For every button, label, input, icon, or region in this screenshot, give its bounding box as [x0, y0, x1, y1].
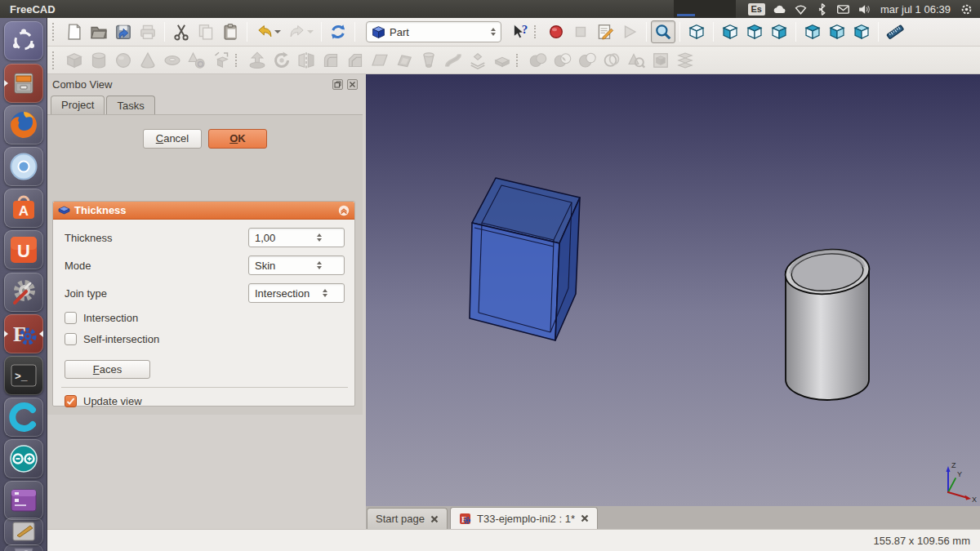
copy-button[interactable] [194, 20, 218, 43]
wifi-icon[interactable] [794, 2, 808, 16]
defeaturing-button[interactable] [648, 49, 673, 72]
ok-button[interactable]: OK [208, 129, 267, 149]
hollow-blue-box[interactable] [470, 178, 580, 340]
undo-button[interactable] [252, 20, 284, 43]
boolean-common-button[interactable] [550, 49, 575, 72]
update-view-checkbox[interactable] [65, 395, 77, 407]
thickness-spin-arrows[interactable] [298, 233, 341, 242]
join-type-combo-arrows[interactable] [310, 289, 341, 297]
boolean-union-button[interactable] [526, 49, 550, 72]
trash-icon[interactable] [4, 544, 43, 551]
part-sphere-button[interactable] [111, 49, 136, 72]
chromium-icon[interactable] [4, 147, 43, 186]
revolve-button[interactable] [270, 49, 294, 72]
mode-combobox[interactable]: Skin [248, 256, 345, 275]
workbench-selector-arrows[interactable] [491, 28, 496, 36]
whats-this-button[interactable]: ? [508, 20, 532, 43]
toolbar-drag-handle[interactable] [516, 54, 522, 67]
cut-button[interactable] [169, 20, 194, 43]
extrude-button[interactable] [245, 49, 270, 72]
right-view-button[interactable] [767, 20, 791, 43]
close-panel-button[interactable] [347, 79, 358, 90]
redo-dropdown-caret[interactable] [307, 30, 314, 33]
shape-builder-button[interactable] [209, 49, 234, 72]
workbench-selector[interactable]: Part [366, 21, 501, 42]
arduino-icon[interactable] [4, 439, 43, 478]
mirror-button[interactable] [294, 49, 318, 72]
open-document-button[interactable] [87, 20, 111, 43]
macro-play-button[interactable] [617, 20, 642, 43]
redo-button[interactable] [284, 20, 317, 43]
faces-button[interactable]: Faces [65, 360, 150, 379]
mode-combo-arrows[interactable] [298, 261, 341, 269]
freecad-icon[interactable]: F [4, 314, 43, 353]
fit-all-button[interactable] [651, 20, 675, 43]
refresh-button[interactable] [326, 20, 350, 43]
undo-dropdown-caret[interactable] [274, 30, 281, 33]
axonometric-view-button[interactable] [684, 20, 709, 43]
part-box-button[interactable] [62, 49, 87, 72]
toolbar-drag-handle[interactable] [52, 51, 58, 69]
bottom-view-button[interactable] [825, 20, 849, 43]
new-document-button[interactable] [62, 20, 87, 43]
save-document-button[interactable] [111, 20, 136, 43]
notes-app-icon[interactable] [4, 518, 43, 545]
ruled-surface-button[interactable] [368, 49, 392, 72]
collapse-taskbox-icon[interactable] [338, 205, 350, 216]
macro-stop-button[interactable] [568, 20, 593, 43]
paste-button[interactable] [218, 20, 243, 43]
firefox-icon[interactable] [4, 105, 43, 144]
session-gear-icon[interactable] [960, 2, 973, 16]
macro-edit-button[interactable] [593, 20, 617, 43]
close-tab-icon[interactable] [430, 515, 439, 523]
toolbar-drag-handle[interactable] [534, 25, 540, 38]
files-icon[interactable] [4, 64, 43, 103]
3d-viewport[interactable]: Z Y X [366, 74, 980, 506]
intersection-checkbox[interactable] [65, 312, 77, 324]
hollow-gray-cylinder[interactable] [783, 247, 871, 400]
measure-distance-button[interactable] [883, 20, 907, 43]
combo-view-titlebar[interactable]: Combo View [47, 74, 363, 94]
mail-icon[interactable] [836, 2, 850, 16]
tab-tasks[interactable]: Tasks [106, 96, 154, 115]
toolbar-drag-handle[interactable] [235, 54, 241, 67]
part-cylinder-button[interactable] [87, 49, 111, 72]
offset-button[interactable] [466, 49, 490, 72]
tab-document[interactable]: F T33-ejemplo-ini2 : 1* [450, 507, 598, 529]
join-type-combobox[interactable]: Intersection [248, 283, 345, 303]
make-face-button[interactable] [392, 49, 416, 72]
bluetooth-icon[interactable] [815, 2, 829, 16]
self-intersection-checkbox[interactable] [65, 333, 77, 345]
fillet-button[interactable] [318, 49, 343, 72]
cloud-icon[interactable] [773, 2, 786, 16]
boolean-cut-button[interactable] [575, 49, 599, 72]
part-torus-button[interactable] [160, 49, 185, 72]
rear-view-button[interactable] [800, 20, 825, 43]
tab-start-page[interactable]: Start page [367, 508, 448, 529]
panel-clock[interactable]: mar jul 1 06:39 [880, 3, 951, 16]
macro-record-button[interactable] [544, 20, 568, 43]
chamfer-button[interactable] [343, 49, 368, 72]
thickness-taskbox-header[interactable]: Thickness [53, 202, 354, 220]
ubuntu-one-icon[interactable]: U [4, 230, 43, 269]
c-app-icon[interactable] [4, 398, 43, 437]
float-panel-button[interactable] [332, 79, 343, 90]
workspace-app-icon[interactable] [4, 481, 43, 520]
thickness-tool-button[interactable] [490, 49, 514, 72]
top-view-button[interactable] [742, 20, 767, 43]
print-button[interactable] [136, 20, 160, 43]
check-geometry-button[interactable] [624, 49, 648, 72]
toolbar-drag-handle[interactable] [52, 23, 58, 41]
system-settings-icon[interactable] [4, 273, 43, 312]
volume-icon[interactable] [858, 2, 871, 16]
section-button[interactable] [599, 49, 624, 72]
cancel-button[interactable]: Cancel [143, 129, 202, 149]
sweep-button[interactable] [441, 49, 466, 72]
terminal-icon[interactable]: >_ [4, 356, 43, 395]
software-center-icon[interactable]: A [4, 189, 43, 228]
loft-button[interactable] [416, 49, 441, 72]
create-primitives-button[interactable] [185, 49, 209, 72]
keyboard-layout-indicator[interactable]: Es [748, 3, 765, 16]
left-view-button[interactable] [849, 20, 874, 43]
close-tab-icon[interactable] [581, 514, 589, 522]
